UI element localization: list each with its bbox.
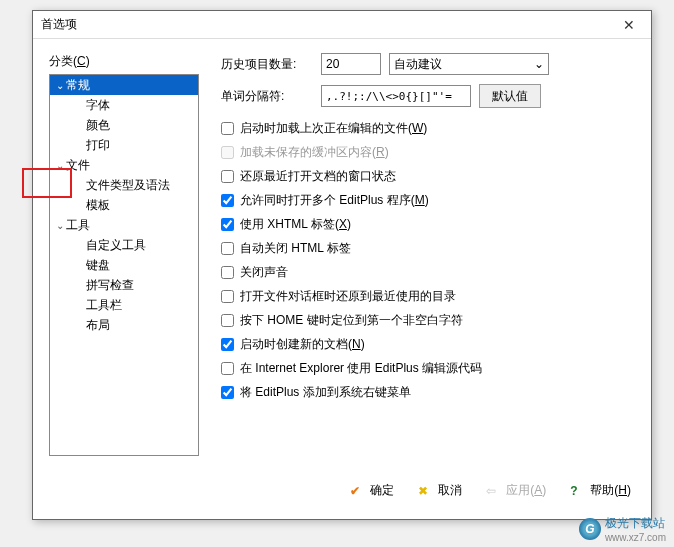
tree-item-label: 工具 xyxy=(66,217,90,234)
check-multiple-instances[interactable]: 允许同时打开多个 EditPlus 程序(M) xyxy=(221,189,635,211)
checkbox[interactable] xyxy=(221,266,234,279)
tree-item-keyboard[interactable]: 键盘 xyxy=(50,255,198,275)
check-icon xyxy=(350,484,364,498)
checkbox[interactable] xyxy=(221,386,234,399)
check-ie-editor[interactable]: 在 Internet Explorer 使用 EditPlus 编辑源代码 xyxy=(221,357,635,379)
tree-item-template[interactable]: 模板 xyxy=(50,195,198,215)
check-label: 打开文件对话框时还原到最近使用的目录 xyxy=(240,288,456,305)
delimiter-input[interactable] xyxy=(321,85,471,107)
check-context-menu[interactable]: 将 EditPlus 添加到系统右键菜单 xyxy=(221,381,635,403)
check-label: 将 EditPlus 添加到系统右键菜单 xyxy=(240,384,411,401)
check-restore-open-dir[interactable]: 打开文件对话框时还原到最近使用的目录 xyxy=(221,285,635,307)
button-label: 帮助(H) xyxy=(590,482,631,499)
checkbox[interactable] xyxy=(221,362,234,375)
chevron-down-icon: ⌄ xyxy=(54,220,66,231)
watermark: G 极光下载站 www.xz7.com xyxy=(579,515,666,543)
checkbox[interactable] xyxy=(221,170,234,183)
checkbox[interactable] xyxy=(221,242,234,255)
tree-item-label: 文件 xyxy=(66,157,90,174)
check-mute-sound[interactable]: 关闭声音 xyxy=(221,261,635,283)
dialog-footer: 确定 取消 应用(A) 帮助(H) xyxy=(33,469,651,511)
checkbox[interactable] xyxy=(221,194,234,207)
tree-item-file[interactable]: ⌄ 文件 xyxy=(50,155,198,175)
check-label: 使用 XHTML 标签(X) xyxy=(240,216,351,233)
chevron-down-icon: ⌄ xyxy=(534,57,544,71)
tree-item-filetype[interactable]: 文件类型及语法 xyxy=(50,175,198,195)
chevron-down-icon: ⌄ xyxy=(54,80,66,91)
default-button[interactable]: 默认值 xyxy=(479,84,541,108)
check-label: 启动时创建新的文档(N) xyxy=(240,336,365,353)
check-label: 自动关闭 HTML 标签 xyxy=(240,240,351,257)
check-autoclose-html[interactable]: 自动关闭 HTML 标签 xyxy=(221,237,635,259)
tree-item-layout[interactable]: 布局 xyxy=(50,315,198,335)
button-label: 应用(A) xyxy=(506,482,546,499)
checkbox[interactable] xyxy=(221,290,234,303)
history-count-input[interactable] xyxy=(321,53,381,75)
watermark-url: www.xz7.com xyxy=(605,532,666,543)
check-label: 在 Internet Explorer 使用 EditPlus 编辑源代码 xyxy=(240,360,482,377)
check-label: 按下 HOME 键时定位到第一个非空白字符 xyxy=(240,312,463,329)
check-xhtml-tags[interactable]: 使用 XHTML 标签(X) xyxy=(221,213,635,235)
suggestion-combo[interactable]: 自动建议 ⌄ xyxy=(389,53,549,75)
cancel-button[interactable]: 取消 xyxy=(418,482,462,499)
watermark-name: 极光下载站 xyxy=(605,516,665,530)
help-button[interactable]: 帮助(H) xyxy=(570,482,631,499)
titlebar: 首选项 ✕ xyxy=(33,11,651,39)
logo-icon: G xyxy=(579,518,601,540)
tree-item-font[interactable]: 字体 xyxy=(50,95,198,115)
history-label: 历史项目数量: xyxy=(221,56,321,73)
ok-button[interactable]: 确定 xyxy=(350,482,394,499)
arrow-left-icon xyxy=(486,484,500,498)
checkbox[interactable] xyxy=(221,218,234,231)
check-label: 关闭声音 xyxy=(240,264,288,281)
category-label: 分类(C) xyxy=(49,53,199,70)
help-icon xyxy=(570,484,584,498)
tree-item-print[interactable]: 打印 xyxy=(50,135,198,155)
apply-button: 应用(A) xyxy=(486,482,546,499)
check-label: 加载未保存的缓冲区内容(R) xyxy=(240,144,389,161)
check-label: 还原最近打开文档的窗口状态 xyxy=(240,168,396,185)
tree-item-color[interactable]: 颜色 xyxy=(50,115,198,135)
chevron-down-icon: ⌄ xyxy=(54,160,66,171)
combo-value: 自动建议 xyxy=(394,56,442,73)
delimiter-label: 单词分隔符: xyxy=(221,88,321,105)
checkbox[interactable] xyxy=(221,314,234,327)
tree-item-toolbar[interactable]: 工具栏 xyxy=(50,295,198,315)
button-label: 取消 xyxy=(438,482,462,499)
category-tree[interactable]: ⌄ 常规 字体 颜色 打印 ⌄ 文件 文件类型及语法 模板 ⌄ 工具 自定义工具… xyxy=(49,74,199,456)
tree-item-label: 常规 xyxy=(66,77,90,94)
x-icon xyxy=(418,484,432,498)
checkbox[interactable] xyxy=(221,338,234,351)
tree-item-spell[interactable]: 拼写检查 xyxy=(50,275,198,295)
tree-item-custom-tools[interactable]: 自定义工具 xyxy=(50,235,198,255)
check-restore-window-state[interactable]: 还原最近打开文档的窗口状态 xyxy=(221,165,635,187)
tree-item-general[interactable]: ⌄ 常规 xyxy=(50,75,198,95)
settings-panel: 历史项目数量: 自动建议 ⌄ 单词分隔符: 默认值 启动时加载上次正在编辑的文件… xyxy=(199,53,635,461)
checkbox xyxy=(221,146,234,159)
check-home-key-nonblank[interactable]: 按下 HOME 键时定位到第一个非空白字符 xyxy=(221,309,635,331)
tree-item-tools[interactable]: ⌄ 工具 xyxy=(50,215,198,235)
check-load-last-files[interactable]: 启动时加载上次正在编辑的文件(W) xyxy=(221,117,635,139)
button-label: 确定 xyxy=(370,482,394,499)
preferences-dialog: 首选项 ✕ 分类(C) ⌄ 常规 字体 颜色 打印 ⌄ 文件 文件类型及语法 xyxy=(32,10,652,520)
check-new-doc-on-start[interactable]: 启动时创建新的文档(N) xyxy=(221,333,635,355)
check-load-unsaved-buffer: 加载未保存的缓冲区内容(R) xyxy=(221,141,635,163)
checkbox[interactable] xyxy=(221,122,234,135)
check-label: 启动时加载上次正在编辑的文件(W) xyxy=(240,120,427,137)
check-label: 允许同时打开多个 EditPlus 程序(M) xyxy=(240,192,429,209)
close-icon[interactable]: ✕ xyxy=(615,17,643,33)
window-title: 首选项 xyxy=(41,16,77,33)
